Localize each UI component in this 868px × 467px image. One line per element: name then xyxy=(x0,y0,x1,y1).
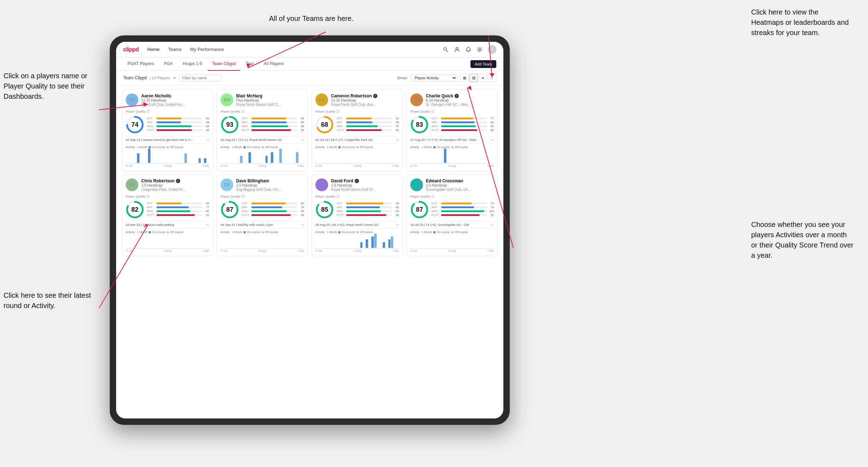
quality-circle[interactable]: 85 xyxy=(315,200,334,219)
quality-section[interactable]: 87 OTT 82 APP 74 ARG 85 PUTT xyxy=(221,200,304,219)
player-name[interactable]: Chris Robertson ✓ xyxy=(141,178,209,183)
quality-circle[interactable]: 68 xyxy=(315,115,334,134)
sort-view-button[interactable]: ↕ xyxy=(488,74,496,82)
svg-line-1 xyxy=(446,50,448,52)
latest-round[interactable]: 07 Aug 23 | 77 (+7), St George's Hill GC… xyxy=(410,136,494,143)
quality-circle[interactable]: 87 xyxy=(410,200,429,219)
quality-section[interactable]: 87 OTT 73 APP 79 ARG 103 PUTT xyxy=(410,200,494,219)
filter-input[interactable] xyxy=(179,74,222,81)
quality-section[interactable]: 93 OTT 84 APP 85 ARG 88 PUTT xyxy=(221,115,304,134)
user-avatar[interactable]: U xyxy=(488,45,496,54)
activity-chart-wrap xyxy=(221,235,304,249)
svg-point-2 xyxy=(456,47,458,50)
tab-pgat[interactable]: PGAT Players xyxy=(123,57,158,71)
latest-round[interactable]: 26 Aug 23 | 73 (+1), Royal North Devon G… xyxy=(221,136,304,143)
player-name[interactable]: Dave Billingham xyxy=(236,178,304,183)
activity-label: Activity · 1 Month On course Off course xyxy=(315,230,399,234)
quality-bars: OTT 73 APP 79 ARG 103 PUTT 92 xyxy=(432,202,494,217)
player-card: CR Cameron Robertson ✓ 11-15 Handicap Ro… xyxy=(312,90,403,171)
player-name[interactable]: Blair McHarg xyxy=(236,93,304,98)
chart-bar xyxy=(279,149,282,163)
activity-chart-wrap xyxy=(221,150,304,164)
nav-teams[interactable]: Teams xyxy=(168,47,182,52)
off-course-dot xyxy=(262,231,264,233)
activity-label: Activity · 1 Month On course Off course xyxy=(410,230,494,234)
quality-circle[interactable]: 83 xyxy=(410,115,429,134)
quality-label: Player Quality ⓘ xyxy=(410,109,494,114)
player-avatar: CR xyxy=(126,178,138,191)
quality-bars: OTT 84 APP 85 ARG 88 PUTT 95 xyxy=(242,117,304,132)
tab-tour[interactable]: Tour xyxy=(241,57,258,71)
quality-section[interactable]: 74 OTT 60 APP 58 ARG 84 PUTT xyxy=(126,115,209,134)
quality-bars: OTT 82 APP 74 ARG 85 PUTT 94 xyxy=(242,202,304,217)
tab-pga[interactable]: PGA xyxy=(160,57,177,71)
quality-bar-row: APP 80 xyxy=(337,206,399,209)
quality-label: Player Quality ⓘ xyxy=(126,194,209,199)
search-icon[interactable] xyxy=(442,46,449,53)
tab-hcaps[interactable]: Hcaps 1-5 xyxy=(178,57,206,71)
nav-performance[interactable]: My Performance xyxy=(190,47,224,52)
chart-bar xyxy=(360,242,363,248)
player-name[interactable]: Cameron Robertson ✓ xyxy=(331,93,399,98)
chart-dates: 31 Jul21 Aug4 Sep xyxy=(221,250,304,252)
quality-bar-row: APP 77 xyxy=(147,206,209,209)
latest-round[interactable]: 18 Jul 23 | 74 (+4), Sunningdale GC - Ol… xyxy=(410,221,494,228)
quality-number: 68 xyxy=(321,121,328,129)
team-header: Team Clippd | 14 Players ✏ Show: Player … xyxy=(116,71,503,85)
settings-icon[interactable] xyxy=(476,46,483,53)
latest-round[interactable]: 04 Sep 23 | Mobility with coach, Gym → xyxy=(221,221,304,228)
chart-bar xyxy=(184,153,187,163)
filter-view-button[interactable]: ≡ xyxy=(479,74,487,82)
annotation-top-right: Click here to view the Heatmaps or leade… xyxy=(751,7,850,38)
team-count: | 14 Players xyxy=(150,76,170,80)
annotation-top-center: All of your Teams are here. xyxy=(269,13,354,24)
chart-bar xyxy=(371,237,374,248)
chart-bar xyxy=(366,239,368,248)
person-icon[interactable] xyxy=(454,46,460,53)
player-info: Charlie Quick ✓ 6-10 Handicap St. George… xyxy=(426,93,494,107)
quality-section[interactable]: 82 OTT 60 APP 77 ARG 81 PUTT xyxy=(126,200,209,219)
activity-chart xyxy=(221,150,304,164)
bell-icon[interactable] xyxy=(465,46,472,53)
latest-round-arrow: → xyxy=(301,223,304,227)
player-name[interactable]: Aaron Nicholls xyxy=(141,93,209,98)
activity-label: Activity · 1 Month On course Off course xyxy=(410,146,494,149)
quality-number: 82 xyxy=(131,206,138,213)
latest-round-arrow: → xyxy=(490,138,494,142)
latest-round[interactable]: 02 Sep 23 | Sunset round to get back int… xyxy=(126,136,209,143)
nav-home[interactable]: Home xyxy=(147,47,160,52)
quality-section[interactable]: 83 OTT 77 APP 80 ARG 83 PUTT xyxy=(410,115,494,134)
chart-dates: 31 Jul21 Aug4 Sep xyxy=(315,165,399,167)
quality-section[interactable]: 68 OTT 61 APP 63 ARG 75 PUTT xyxy=(315,115,399,134)
quality-circle[interactable]: 82 xyxy=(126,200,144,219)
card-view-button[interactable]: ⊟ xyxy=(469,74,478,82)
tab-all-players[interactable]: All Players xyxy=(259,57,288,71)
grid-view-button[interactable]: ⊞ xyxy=(460,74,469,82)
quality-bar-row: APP 63 xyxy=(337,121,399,124)
activity-label: Activity · 1 Month On course Off course xyxy=(126,230,209,234)
latest-round[interactable]: 02 Jul 23 | 59 (+17), Craigmillar Park G… xyxy=(315,136,399,143)
player-name[interactable]: David Ford ✓ xyxy=(331,178,399,183)
player-handicap: 11-15 Handicap xyxy=(331,98,399,102)
quality-circle[interactable]: 87 xyxy=(221,200,239,219)
player-card: DB Dave Billingham 1-5 Handicap Sog Magi… xyxy=(217,175,308,256)
activity-chart-wrap xyxy=(315,235,399,249)
player-name[interactable]: Charlie Quick ✓ xyxy=(426,93,494,98)
quality-bar-row: PUTT 91 xyxy=(147,213,209,217)
latest-round[interactable]: 03 Mar 23 | 19, Must make putting → xyxy=(126,221,209,228)
show-select[interactable]: Player Activity Quality Score Trend xyxy=(411,74,457,81)
tab-team-clippd[interactable]: Team Clippd xyxy=(208,57,240,71)
player-name[interactable]: Edward Crossman xyxy=(426,178,494,183)
quality-circle[interactable]: 74 xyxy=(126,115,144,134)
nav-logo[interactable]: clippd xyxy=(123,46,139,53)
activity-label: Activity · 1 Month On course Off course xyxy=(126,146,209,149)
activity-chart xyxy=(410,150,494,164)
quality-circle[interactable]: 93 xyxy=(221,115,239,134)
edit-team-icon[interactable]: ✏ xyxy=(173,76,176,80)
add-team-button[interactable]: Add Team xyxy=(470,60,496,68)
latest-round[interactable]: 26 Aug 23 | 84 (+12), Royal North Devon … xyxy=(315,221,399,228)
chart-bar xyxy=(137,153,139,163)
player-avatar: BM xyxy=(221,93,233,106)
quality-section[interactable]: 85 OTT 89 APP 80 ARG 83 PUTT xyxy=(315,200,399,219)
player-club: Drift Golf Club, United Kingdom xyxy=(141,103,187,107)
